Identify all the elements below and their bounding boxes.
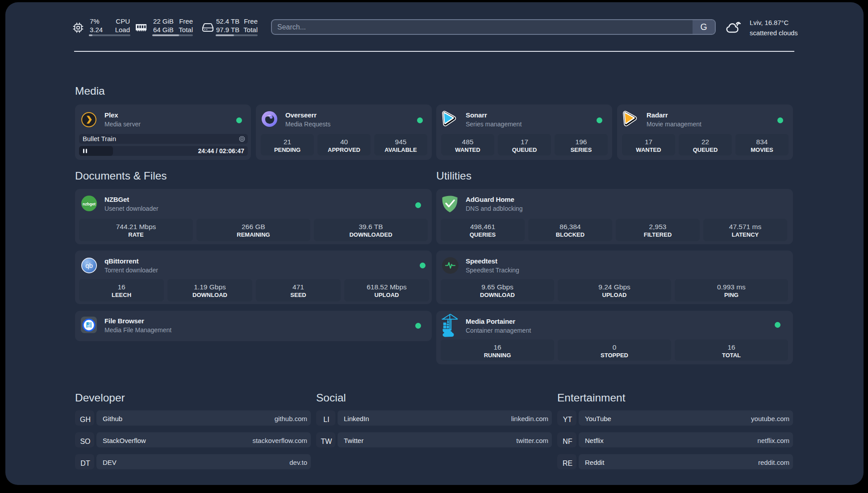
svg-text:qb: qb: [85, 262, 93, 269]
svg-text:nzbget: nzbget: [83, 202, 96, 206]
